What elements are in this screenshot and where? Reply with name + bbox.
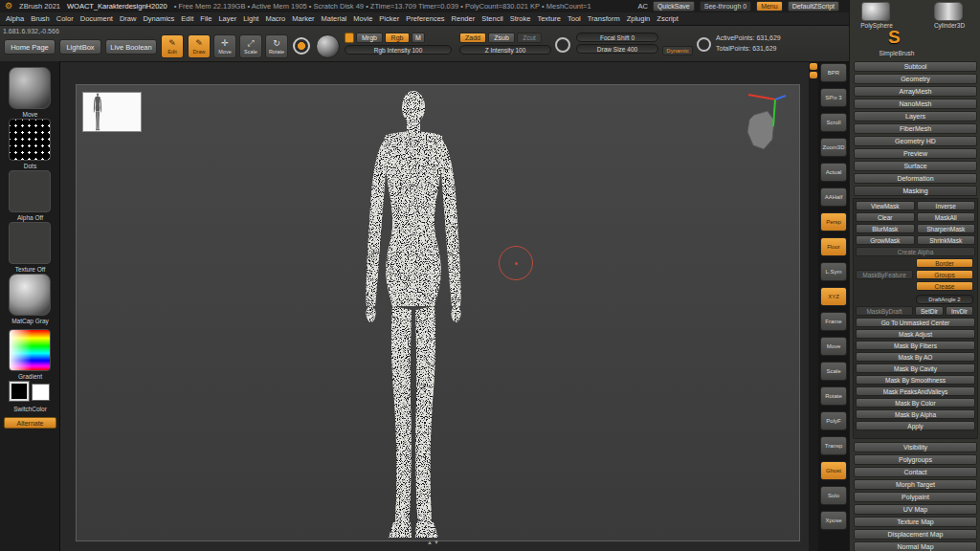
dynamic-toggle[interactable]: Dynamic	[662, 46, 693, 55]
alternate-button[interactable]: Alternate	[4, 417, 56, 429]
right-shelf-button[interactable]: Solo	[820, 486, 847, 505]
alpha-off-thumbnail[interactable]	[9, 170, 51, 212]
masking-button[interactable]: Mask By Alpha	[856, 409, 975, 419]
masking-button[interactable]: GrowMask	[856, 235, 915, 245]
right-shelf-button[interactable]: Move	[820, 337, 847, 356]
tool-palette-section[interactable]: FiberMesh	[854, 123, 977, 134]
tool-thumbnail-cylinder[interactable]	[934, 2, 963, 21]
menu-item[interactable]: Dynamics	[143, 14, 174, 23]
masking-button[interactable]: Inverse	[917, 201, 976, 210]
masking-button[interactable]: Mask By Fibers	[856, 341, 975, 350]
menu-item[interactable]: Transform	[588, 14, 620, 23]
primary-color-swatch[interactable]	[10, 382, 29, 401]
masking-button[interactable]: ViewMask	[856, 201, 915, 210]
model-figure[interactable]	[337, 86, 490, 547]
menu-item[interactable]: Zscript	[657, 14, 679, 23]
masking-button[interactable]: Mask PeaksAndValleys	[856, 386, 975, 396]
right-shelf-button[interactable]: Actual	[820, 163, 847, 182]
masking-button[interactable]: Mask By Cavity	[856, 364, 975, 373]
rgb-intensity-slider[interactable]: Rgb Intensity 100	[345, 45, 452, 55]
menu-item[interactable]: Stroke	[510, 14, 531, 23]
simple-brush-icon[interactable]: S	[888, 27, 901, 48]
right-shelf-button[interactable]: XYZ	[820, 287, 847, 306]
feature-toggle-button[interactable]: Crease	[916, 281, 973, 291]
tool-palette-section[interactable]: Subtool	[854, 61, 977, 72]
focal-curve-icon[interactable]	[555, 37, 570, 53]
masking-button[interactable]: Mask By AO	[856, 352, 975, 362]
masking-button[interactable]: MaskAll	[917, 212, 976, 222]
right-shelf-button[interactable]: Xpose	[820, 511, 847, 530]
masking-button[interactable]: Clear	[856, 212, 915, 222]
transform-tool-button[interactable]: ✎ Draw	[188, 34, 211, 58]
tool-palette-section[interactable]: Morph Target	[854, 479, 977, 490]
menu-item[interactable]: Texture	[537, 14, 561, 23]
rgb-button[interactable]: Rgb	[385, 33, 410, 43]
masking-button[interactable]: Mask By Color	[856, 398, 975, 408]
transform-tool-button[interactable]: ✛ Move	[213, 34, 236, 58]
feature-toggle-button[interactable]: Border	[916, 258, 973, 268]
menu-item[interactable]: Brush	[31, 14, 50, 23]
menu-item[interactable]: Stencil	[481, 14, 503, 23]
tool-palette-section[interactable]: Polygroups	[854, 454, 977, 465]
menu-item[interactable]: Document	[80, 14, 113, 23]
feature-toggle-button[interactable]: Groups	[916, 270, 973, 279]
tool-palette-section[interactable]: UV Map	[854, 504, 977, 515]
right-shelf-button[interactable]: Frame	[820, 312, 847, 331]
stroke-type-icon[interactable]	[293, 37, 310, 55]
edit-button[interactable]: ✎ Edit	[161, 34, 184, 58]
right-shelf-button[interactable]: Scale	[820, 362, 847, 381]
tool-thumbnail-polysphere[interactable]	[861, 2, 890, 21]
menu-item[interactable]: File	[200, 14, 212, 23]
m-button[interactable]: M	[412, 33, 425, 43]
color-picker[interactable]	[9, 329, 51, 371]
lightbox-button[interactable]: LightBox	[59, 39, 101, 55]
tool-palette-section[interactable]: Normal Map	[854, 541, 977, 551]
create-alpha-button[interactable]: Create Alpha	[856, 247, 975, 256]
go-to-unmasked-button[interactable]: Go To Unmasked Center	[856, 318, 975, 327]
mask-by-draft-button[interactable]: MaskByDraft	[856, 306, 913, 316]
switch-color-control[interactable]	[10, 381, 52, 404]
tray-handle-icon[interactable]	[810, 63, 817, 70]
menu-item[interactable]: Render	[452, 14, 476, 23]
right-shelf-button[interactable]: PolyF	[820, 411, 847, 430]
masking-palette-header[interactable]: Masking	[854, 186, 977, 196]
camera-orientation-gizmo[interactable]	[729, 90, 789, 159]
tool-palette-section[interactable]: Texture Map	[854, 517, 977, 527]
transform-tool-button[interactable]: ⤢ Scale	[239, 34, 262, 58]
tool-palette-section[interactable]: ArrayMesh	[854, 86, 977, 97]
zadd-button[interactable]: Zadd	[459, 33, 486, 43]
live-boolean-button[interactable]: Live Boolean	[105, 39, 157, 55]
menu-item[interactable]: Marker	[292, 14, 314, 23]
inv-dir-button[interactable]: InvDir	[946, 306, 973, 316]
menu-item[interactable]: Color	[56, 14, 74, 23]
menu-item[interactable]: Zplugin	[627, 14, 651, 23]
home-page-button[interactable]: Home Page	[4, 39, 56, 55]
focal-shift-slider[interactable]: Focal Shift 0	[576, 33, 658, 42]
menu-item[interactable]: Tool	[568, 14, 581, 23]
right-shelf-button[interactable]: AAHalf	[820, 187, 847, 207]
stroke-thumbnail-dots[interactable]	[9, 119, 51, 161]
tool-palette-section[interactable]: Displacement Map	[854, 529, 977, 540]
menu-item[interactable]: Draw	[120, 14, 137, 23]
menu-item[interactable]: Picker	[379, 14, 399, 23]
zcut-button[interactable]: Zcut	[517, 33, 542, 43]
tool-palette-section[interactable]: NanoMesh	[854, 99, 977, 109]
zsub-button[interactable]: Zsub	[488, 33, 515, 43]
mrgb-button[interactable]: Mrgb	[356, 33, 383, 43]
material-thumbnail[interactable]	[9, 274, 51, 316]
menu-button[interactable]: Menu	[756, 1, 783, 11]
tool-palette-section[interactable]: Contact	[854, 467, 977, 477]
default-zscript-button[interactable]: DefaultZScript	[788, 1, 839, 11]
draft-angle-slider[interactable]: DraftAngle 2	[916, 295, 973, 304]
tool-palette-section[interactable]: Visibility	[854, 442, 977, 452]
set-dir-button[interactable]: SetDir	[915, 306, 944, 316]
tool-palette-section[interactable]: Preview	[854, 148, 977, 159]
masking-button[interactable]: ShrinkMask	[917, 235, 976, 245]
menu-item[interactable]: Macro	[265, 14, 285, 23]
draw-size-slider[interactable]: Draw Size 400	[576, 44, 658, 54]
tray-handle-icon[interactable]	[810, 72, 817, 78]
masking-button[interactable]: Apply	[856, 421, 975, 430]
tool-palette-section[interactable]: Deformation	[854, 173, 977, 184]
menu-item[interactable]: Alpha	[6, 14, 24, 23]
right-shelf-button[interactable]: Transp	[820, 436, 847, 455]
